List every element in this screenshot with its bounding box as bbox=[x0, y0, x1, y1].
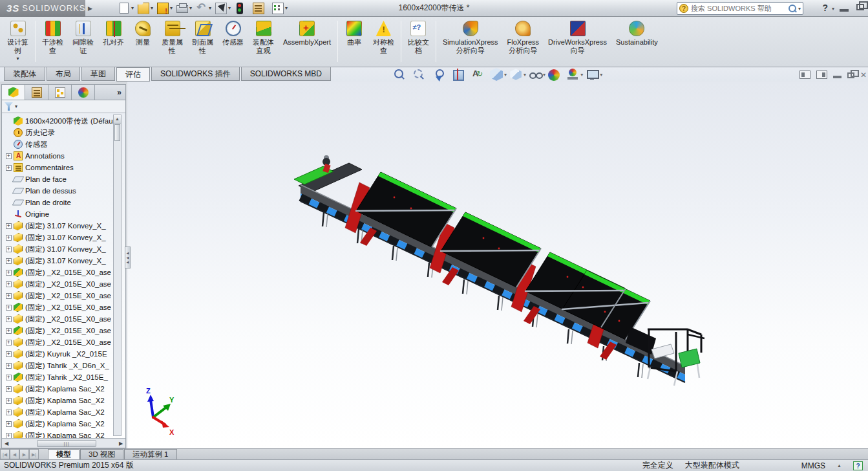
scroll-left-arrow-icon[interactable]: ◀ bbox=[2, 441, 11, 446]
dropdown-arrow-icon[interactable]: ▾ bbox=[228, 5, 231, 11]
quick-toolbar-button[interactable]: ▾ bbox=[251, 2, 270, 15]
dropdown-arrow-icon[interactable]: ▾ bbox=[170, 5, 173, 11]
units-selector[interactable]: MMGS bbox=[801, 461, 825, 470]
ribbon-button[interactable]: Sustainability ▾ bbox=[611, 19, 662, 63]
tree-item[interactable]: (固定) _X2_015E_X0_ase bbox=[5, 267, 125, 278]
tree-item[interactable]: (固定) 31.07 Konvey_X_ bbox=[5, 243, 125, 255]
expand-toggle[interactable] bbox=[6, 433, 12, 439]
filter-dropdown-icon[interactable]: ▾ bbox=[15, 104, 17, 109]
heads-up-button[interactable]: ▾ bbox=[566, 68, 583, 81]
tab-nav-button[interactable]: ▶| bbox=[29, 449, 39, 459]
units-dropdown-icon[interactable]: ▲ bbox=[837, 463, 842, 468]
panel-tab[interactable] bbox=[2, 85, 25, 100]
dropdown-arrow-icon[interactable]: ▾ bbox=[16, 56, 19, 61]
panel-splitter[interactable]: ◀◀◀ bbox=[126, 82, 129, 448]
dropdown-arrow-icon[interactable]: ▾ bbox=[209, 5, 211, 11]
tree-item[interactable]: Plan de face bbox=[5, 173, 125, 185]
quick-toolbar-button[interactable]: ▾ bbox=[156, 2, 174, 15]
expand-toggle[interactable] bbox=[6, 375, 12, 380]
graphics-viewport[interactable]: Z Y X bbox=[127, 82, 868, 448]
ribbon-button[interactable]: 设计算 例 ▾ bbox=[3, 19, 33, 63]
quick-toolbar-button[interactable]: ▾ bbox=[195, 2, 213, 15]
expand-toggle[interactable] bbox=[6, 293, 12, 299]
quick-toolbar-button[interactable]: ▾ bbox=[175, 3, 193, 14]
document-tab[interactable]: 模型 bbox=[48, 449, 79, 459]
heads-up-button[interactable]: ▾ bbox=[451, 68, 468, 81]
scroll-right-arrow-icon[interactable]: ▶ bbox=[116, 441, 125, 446]
ribbon-button[interactable]: 间隙验 证 ▾ bbox=[68, 19, 98, 63]
dropdown-arrow-icon[interactable]: ▾ bbox=[504, 72, 507, 78]
ribbon-button[interactable]: 剖面属 性 ▾ bbox=[187, 19, 218, 63]
tree-item[interactable]: (固定) Kaplama Sac_X2 bbox=[5, 395, 125, 406]
expand-toggle[interactable] bbox=[6, 235, 12, 241]
panel-tab[interactable] bbox=[72, 85, 95, 100]
tree-horizontal-scrollbar[interactable]: ◀ ||| ▶ bbox=[2, 438, 125, 448]
expand-toggle[interactable] bbox=[6, 246, 12, 252]
heads-up-button[interactable]: ▾ bbox=[509, 68, 526, 81]
ribbon-button[interactable]: 装配体 直观 ▾ bbox=[248, 19, 279, 63]
heads-up-button[interactable]: ▾ bbox=[548, 69, 564, 81]
heads-up-button[interactable]: ▾ bbox=[393, 68, 410, 81]
scrollbar-thumb[interactable] bbox=[114, 124, 120, 141]
ribbon-button[interactable]: 孔对齐 ▾ bbox=[98, 19, 129, 63]
expand-toggle[interactable] bbox=[6, 258, 12, 264]
tree-item[interactable]: (固定) _X2_015E_X0_ase bbox=[5, 336, 125, 348]
heads-up-button[interactable]: ▾ bbox=[432, 68, 449, 81]
ribbon-button[interactable]: ▾ bbox=[436, 21, 436, 62]
menu-flyout-arrow-icon[interactable]: ▶ bbox=[88, 5, 92, 12]
heads-up-button[interactable]: ▾ bbox=[471, 68, 487, 81]
tree-item[interactable]: (固定) _X2_015E_X0_ase bbox=[5, 301, 125, 313]
tree-item[interactable]: Annotations bbox=[5, 150, 125, 162]
document-window-control[interactable] bbox=[847, 72, 854, 78]
tree-item[interactable]: (固定) 31.07 Konvey_X_ bbox=[5, 232, 125, 243]
dropdown-arrow-icon[interactable]: ▾ bbox=[600, 72, 602, 78]
expand-toggle[interactable] bbox=[6, 351, 12, 357]
app-minimize-button[interactable] bbox=[840, 9, 849, 12]
tree-vertical-scrollbar[interactable]: ▲ bbox=[113, 115, 122, 436]
ribbon-button[interactable]: 质量属 性 ▾ bbox=[157, 19, 187, 63]
quick-toolbar-button[interactable]: ▾ bbox=[233, 2, 250, 15]
tree-item[interactable]: Commentaires bbox=[5, 162, 125, 173]
tree-item[interactable]: (固定) _X2_015E_X0_ase bbox=[5, 290, 125, 301]
expand-toggle[interactable] bbox=[6, 386, 12, 392]
expand-toggle[interactable] bbox=[6, 340, 12, 345]
ribbon-button[interactable]: 测量 ▾ bbox=[129, 19, 157, 63]
panel-tab[interactable] bbox=[25, 85, 48, 100]
model-conveyor-assembly[interactable] bbox=[127, 82, 868, 448]
expand-toggle[interactable] bbox=[6, 410, 12, 415]
document-tab[interactable]: 运动算例 1 bbox=[124, 449, 177, 459]
tree-item[interactable]: (固定) _X2_015E_X0_ase bbox=[5, 313, 125, 325]
ribbon-button[interactable]: 传感器 ▾ bbox=[218, 19, 248, 63]
tree-item[interactable]: Plan de dessus bbox=[5, 185, 125, 197]
document-window-control[interactable] bbox=[816, 71, 827, 79]
ribbon-button[interactable]: FloXpress 分析向导 ▾ bbox=[503, 19, 544, 63]
dropdown-arrow-icon[interactable]: ▾ bbox=[189, 5, 192, 11]
search-dropdown-icon[interactable]: ▾ bbox=[798, 6, 801, 12]
tree-item[interactable]: (固定) Kaplama Sac_X2 bbox=[5, 430, 125, 438]
expand-toggle[interactable] bbox=[6, 398, 12, 404]
expand-toggle[interactable] bbox=[6, 153, 12, 159]
tree-item[interactable]: (固定) _X2_015E_X0_ase bbox=[5, 325, 125, 336]
tree-item[interactable]: (固定) Kuyruk _X2_015E bbox=[5, 348, 125, 360]
document-window-control[interactable] bbox=[860, 69, 867, 80]
ribbon-button[interactable]: ▾ bbox=[337, 21, 338, 62]
search-icon[interactable] bbox=[789, 5, 796, 12]
ribbon-button[interactable]: 曲率 ▾ bbox=[340, 19, 368, 63]
panel-tab[interactable] bbox=[48, 85, 72, 100]
dropdown-arrow-icon[interactable]: ▾ bbox=[151, 5, 153, 11]
tree-item[interactable]: (固定) 31.07 Konvey_X_ bbox=[5, 255, 125, 267]
scrollbar-thumb[interactable]: ||| bbox=[37, 440, 96, 447]
panel-expand-chevrons[interactable]: » bbox=[117, 88, 125, 97]
tree-item[interactable]: (固定) Tahrik _X2_015E_ bbox=[5, 371, 125, 383]
dropdown-arrow-icon[interactable]: ▾ bbox=[524, 72, 526, 78]
document-window-control[interactable] bbox=[799, 71, 810, 79]
tree-item[interactable]: 1600x42000带传送 (Défau bbox=[5, 115, 125, 127]
ribbon-button[interactable]: 干涉检 查 ▾ bbox=[37, 19, 68, 63]
quick-tips-help-icon[interactable]: ? bbox=[853, 461, 863, 470]
tab-nav-button[interactable]: ◀ bbox=[10, 449, 19, 459]
scroll-up-arrow-icon[interactable]: ▲ bbox=[114, 115, 121, 124]
ribbon-button[interactable]: ▾ bbox=[401, 21, 401, 62]
quick-toolbar-button[interactable]: ▾ bbox=[136, 2, 154, 15]
expand-toggle[interactable] bbox=[6, 281, 12, 287]
splitter-handle[interactable]: ◀◀◀ bbox=[125, 246, 131, 268]
